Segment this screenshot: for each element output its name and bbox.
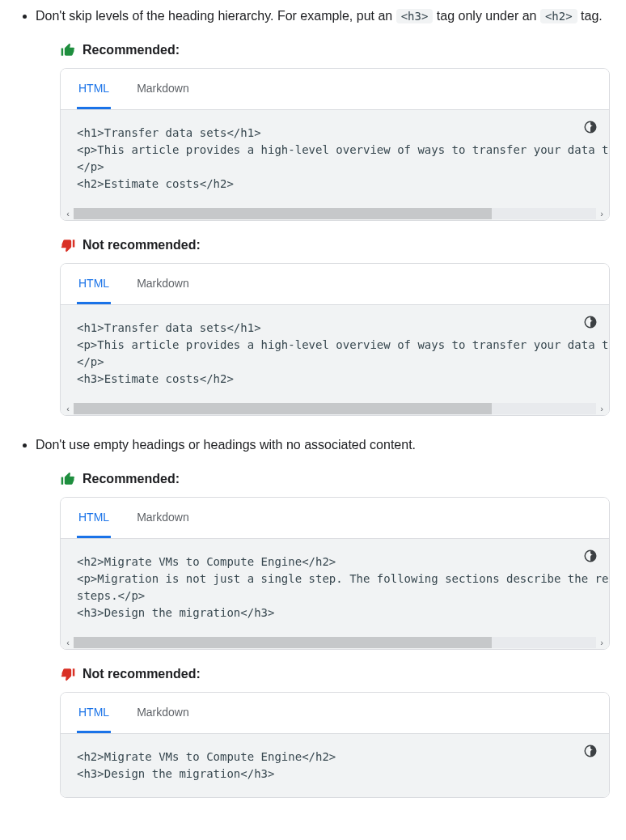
scroll-track[interactable] [74,403,596,414]
theme-toggle-icon[interactable] [582,118,599,136]
code-body: <h2>Migrate VMs to Compute Engine</h2> <… [61,539,609,649]
code-content: <h1>Transfer data sets</h1> <p>This arti… [61,305,609,402]
horizontal-scrollbar[interactable]: ‹ › [61,402,609,415]
tab-markdown[interactable]: Markdown [135,693,191,733]
recommended-label: Recommended: [60,40,610,60]
tab-markdown[interactable]: Markdown [135,69,191,109]
code-body: <h2>Migrate VMs to Compute Engine</h2> <… [61,734,609,797]
text-segment: Don't skip levels of the heading hierarc… [36,9,396,23]
theme-toggle-icon[interactable] [582,313,599,331]
guideline-list: Don't skip levels of the heading hierarc… [16,6,610,798]
guideline-item: Don't skip levels of the heading hierarc… [36,6,610,416]
scroll-thumb[interactable] [74,637,492,648]
scroll-thumb[interactable] [74,403,492,414]
not-recommended-label: Not recommended: [60,664,610,684]
guideline-text: Don't use empty headings or headings wit… [36,435,610,455]
recommended-text: Recommended: [82,40,180,60]
tab-html[interactable]: HTML [77,693,111,733]
scroll-track[interactable] [74,208,596,219]
scroll-thumb[interactable] [74,208,492,219]
scroll-right-icon[interactable]: › [596,402,607,416]
code-content: <h2>Migrate VMs to Compute Engine</h2> <… [61,734,609,797]
recommended-text: Recommended: [82,469,180,489]
thumb-down-icon [60,666,76,682]
thumb-up-icon [60,471,76,487]
not-recommended-text: Not recommended: [82,664,201,684]
code-body: <h1>Transfer data sets</h1> <p>This arti… [61,305,609,415]
code-sample-card: HTML Markdown <h1>Transfer data sets</h1… [60,263,610,416]
horizontal-scrollbar[interactable]: ‹ › [61,636,609,649]
text-segment: tag. [577,9,603,23]
thumb-down-icon [60,237,76,253]
tab-markdown[interactable]: Markdown [135,264,191,304]
scroll-right-icon[interactable]: › [596,636,607,650]
inline-code: <h3> [396,9,434,23]
scroll-left-icon[interactable]: ‹ [62,402,74,416]
code-sample-card: HTML Markdown <h2>Migrate VMs to Compute… [60,692,610,798]
inline-code: <h2> [540,9,577,23]
scroll-left-icon[interactable]: ‹ [62,636,74,650]
text-segment: tag only under an [433,9,540,23]
scroll-right-icon[interactable]: › [596,207,607,221]
code-content: <h1>Transfer data sets</h1> <p>This arti… [61,110,609,207]
thumb-up-icon [60,42,76,58]
recommended-label: Recommended: [60,469,610,489]
scroll-track[interactable] [74,637,596,648]
theme-toggle-icon[interactable] [582,742,599,760]
tab-html[interactable]: HTML [77,69,111,109]
code-tabs: HTML Markdown [61,693,609,734]
horizontal-scrollbar[interactable]: ‹ › [61,207,609,220]
code-tabs: HTML Markdown [61,498,609,539]
not-recommended-label: Not recommended: [60,235,610,255]
guideline-item: Don't use empty headings or headings wit… [36,435,610,798]
code-body: <h1>Transfer data sets</h1> <p>This arti… [61,110,609,220]
code-tabs: HTML Markdown [61,264,609,305]
tab-html[interactable]: HTML [77,264,111,304]
guideline-text: Don't skip levels of the heading hierarc… [36,6,610,26]
code-sample-card: HTML Markdown <h2>Migrate VMs to Compute… [60,497,610,650]
code-content: <h2>Migrate VMs to Compute Engine</h2> <… [61,539,609,636]
code-tabs: HTML Markdown [61,69,609,110]
scroll-left-icon[interactable]: ‹ [62,207,74,221]
theme-toggle-icon[interactable] [582,547,599,565]
code-sample-card: HTML Markdown <h1>Transfer data sets</h1… [60,68,610,221]
tab-markdown[interactable]: Markdown [135,498,191,538]
not-recommended-text: Not recommended: [82,235,201,255]
tab-html[interactable]: HTML [77,498,111,538]
